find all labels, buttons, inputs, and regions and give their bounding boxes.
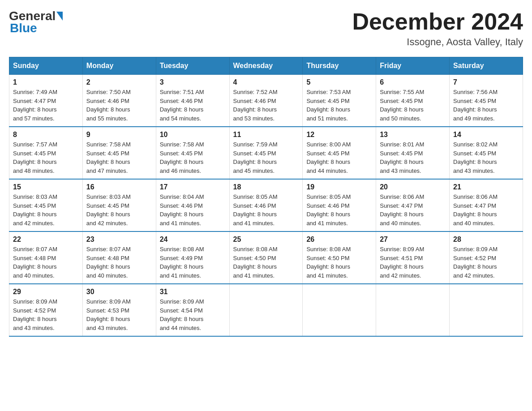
logo-arrow-icon xyxy=(56,12,63,21)
table-row: 20 Sunrise: 8:06 AM Sunset: 4:47 PM Dayl… xyxy=(376,179,450,231)
day-number: 14 xyxy=(453,131,519,139)
day-number: 4 xyxy=(233,78,299,86)
location: Issogne, Aosta Valley, Italy xyxy=(352,36,523,48)
day-number: 9 xyxy=(86,131,152,139)
day-info: Sunrise: 8:06 AM Sunset: 4:47 PM Dayligh… xyxy=(453,193,519,227)
table-row: 8 Sunrise: 7:57 AM Sunset: 4:45 PM Dayli… xyxy=(9,127,83,179)
day-info: Sunrise: 7:53 AM Sunset: 4:45 PM Dayligh… xyxy=(306,88,372,123)
day-number: 8 xyxy=(13,131,79,139)
day-info: Sunrise: 8:02 AM Sunset: 4:45 PM Dayligh… xyxy=(453,140,519,175)
day-number: 18 xyxy=(233,183,299,191)
day-number: 10 xyxy=(160,131,226,139)
table-row: 3 Sunrise: 7:51 AM Sunset: 4:46 PM Dayli… xyxy=(156,75,229,127)
day-info: Sunrise: 7:57 AM Sunset: 4:45 PM Dayligh… xyxy=(13,140,79,175)
day-info: Sunrise: 7:51 AM Sunset: 4:46 PM Dayligh… xyxy=(160,88,226,123)
day-number: 19 xyxy=(306,183,372,191)
day-info: Sunrise: 8:09 AM Sunset: 4:52 PM Dayligh… xyxy=(453,245,519,280)
calendar-week-row: 15 Sunrise: 8:03 AM Sunset: 4:45 PM Dayl… xyxy=(9,179,523,231)
day-info: Sunrise: 8:08 AM Sunset: 4:50 PM Dayligh… xyxy=(233,245,299,280)
day-number: 31 xyxy=(160,288,226,296)
table-row: 11 Sunrise: 7:59 AM Sunset: 4:45 PM Dayl… xyxy=(229,127,303,179)
table-row: 5 Sunrise: 7:53 AM Sunset: 4:45 PM Dayli… xyxy=(303,75,376,127)
table-row: 21 Sunrise: 8:06 AM Sunset: 4:47 PM Dayl… xyxy=(450,179,523,231)
calendar-week-row: 1 Sunrise: 7:49 AM Sunset: 4:47 PM Dayli… xyxy=(9,75,523,127)
day-info: Sunrise: 8:03 AM Sunset: 4:45 PM Dayligh… xyxy=(13,193,79,227)
calendar-week-row: 29 Sunrise: 8:09 AM Sunset: 4:52 PM Dayl… xyxy=(9,284,523,336)
table-row: 15 Sunrise: 8:03 AM Sunset: 4:45 PM Dayl… xyxy=(9,179,83,231)
table-row xyxy=(376,284,450,336)
col-wednesday: Wednesday xyxy=(229,57,303,75)
calendar-week-row: 22 Sunrise: 8:07 AM Sunset: 4:48 PM Dayl… xyxy=(9,231,523,284)
table-row: 9 Sunrise: 7:58 AM Sunset: 4:45 PM Dayli… xyxy=(82,127,156,179)
table-row: 31 Sunrise: 8:09 AM Sunset: 4:54 PM Dayl… xyxy=(156,284,229,336)
day-number: 2 xyxy=(86,78,152,86)
logo: General Blue xyxy=(9,9,64,35)
table-row: 25 Sunrise: 8:08 AM Sunset: 4:50 PM Dayl… xyxy=(229,231,303,284)
day-info: Sunrise: 8:07 AM Sunset: 4:48 PM Dayligh… xyxy=(86,245,152,280)
day-number: 15 xyxy=(13,183,79,191)
day-number: 26 xyxy=(306,235,372,244)
col-thursday: Thursday xyxy=(303,57,376,75)
col-friday: Friday xyxy=(376,57,450,75)
table-row: 28 Sunrise: 8:09 AM Sunset: 4:52 PM Dayl… xyxy=(450,231,523,284)
table-row: 23 Sunrise: 8:07 AM Sunset: 4:48 PM Dayl… xyxy=(82,231,156,284)
day-info: Sunrise: 8:07 AM Sunset: 4:48 PM Dayligh… xyxy=(13,245,79,280)
day-number: 16 xyxy=(86,183,152,191)
day-info: Sunrise: 8:04 AM Sunset: 4:46 PM Dayligh… xyxy=(160,193,226,227)
day-info: Sunrise: 8:09 AM Sunset: 4:53 PM Dayligh… xyxy=(86,297,152,332)
table-row: 13 Sunrise: 8:01 AM Sunset: 4:45 PM Dayl… xyxy=(376,127,450,179)
day-number: 13 xyxy=(380,131,446,139)
table-row: 30 Sunrise: 8:09 AM Sunset: 4:53 PM Dayl… xyxy=(82,284,156,336)
day-number: 30 xyxy=(86,288,152,296)
calendar-table: Sunday Monday Tuesday Wednesday Thursday… xyxy=(9,57,523,337)
month-title: December 2024 xyxy=(352,9,523,34)
day-info: Sunrise: 8:06 AM Sunset: 4:47 PM Dayligh… xyxy=(380,193,446,227)
day-number: 22 xyxy=(13,235,79,244)
table-row: 29 Sunrise: 8:09 AM Sunset: 4:52 PM Dayl… xyxy=(9,284,83,336)
day-number: 5 xyxy=(306,78,372,86)
page-header: General Blue December 2024 Issogne, Aost… xyxy=(9,9,523,48)
day-number: 11 xyxy=(233,131,299,139)
day-number: 17 xyxy=(160,183,226,191)
table-row: 2 Sunrise: 7:50 AM Sunset: 4:46 PM Dayli… xyxy=(82,75,156,127)
calendar-header-row: Sunday Monday Tuesday Wednesday Thursday… xyxy=(9,57,523,75)
table-row: 1 Sunrise: 7:49 AM Sunset: 4:47 PM Dayli… xyxy=(9,75,83,127)
day-number: 7 xyxy=(453,78,519,86)
day-info: Sunrise: 8:09 AM Sunset: 4:51 PM Dayligh… xyxy=(380,245,446,280)
day-number: 6 xyxy=(380,78,446,86)
day-number: 28 xyxy=(453,235,519,244)
day-info: Sunrise: 8:01 AM Sunset: 4:45 PM Dayligh… xyxy=(380,140,446,175)
col-tuesday: Tuesday xyxy=(156,57,229,75)
day-info: Sunrise: 7:49 AM Sunset: 4:47 PM Dayligh… xyxy=(13,88,79,123)
day-info: Sunrise: 8:09 AM Sunset: 4:52 PM Dayligh… xyxy=(13,297,79,332)
day-number: 20 xyxy=(380,183,446,191)
day-number: 23 xyxy=(86,235,152,244)
table-row: 26 Sunrise: 8:08 AM Sunset: 4:50 PM Dayl… xyxy=(303,231,376,284)
day-info: Sunrise: 8:05 AM Sunset: 4:46 PM Dayligh… xyxy=(233,193,299,227)
day-info: Sunrise: 8:08 AM Sunset: 4:49 PM Dayligh… xyxy=(160,245,226,280)
day-number: 3 xyxy=(160,78,226,86)
day-number: 29 xyxy=(13,288,79,296)
day-number: 21 xyxy=(453,183,519,191)
table-row: 16 Sunrise: 8:03 AM Sunset: 4:45 PM Dayl… xyxy=(82,179,156,231)
logo-blue: Blue xyxy=(9,21,37,35)
day-info: Sunrise: 8:09 AM Sunset: 4:54 PM Dayligh… xyxy=(160,297,226,332)
col-monday: Monday xyxy=(82,57,156,75)
table-row xyxy=(303,284,376,336)
day-info: Sunrise: 7:55 AM Sunset: 4:45 PM Dayligh… xyxy=(380,88,446,123)
table-row: 19 Sunrise: 8:05 AM Sunset: 4:46 PM Dayl… xyxy=(303,179,376,231)
table-row: 17 Sunrise: 8:04 AM Sunset: 4:46 PM Dayl… xyxy=(156,179,229,231)
table-row: 24 Sunrise: 8:08 AM Sunset: 4:49 PM Dayl… xyxy=(156,231,229,284)
day-info: Sunrise: 7:56 AM Sunset: 4:45 PM Dayligh… xyxy=(453,88,519,123)
day-number: 25 xyxy=(233,235,299,244)
table-row: 22 Sunrise: 8:07 AM Sunset: 4:48 PM Dayl… xyxy=(9,231,83,284)
day-info: Sunrise: 7:50 AM Sunset: 4:46 PM Dayligh… xyxy=(86,88,152,123)
col-sunday: Sunday xyxy=(9,57,83,75)
day-number: 1 xyxy=(13,78,79,86)
day-info: Sunrise: 8:05 AM Sunset: 4:46 PM Dayligh… xyxy=(306,193,372,227)
table-row: 4 Sunrise: 7:52 AM Sunset: 4:46 PM Dayli… xyxy=(229,75,303,127)
day-info: Sunrise: 7:52 AM Sunset: 4:46 PM Dayligh… xyxy=(233,88,299,123)
table-row: 10 Sunrise: 7:58 AM Sunset: 4:45 PM Dayl… xyxy=(156,127,229,179)
table-row: 12 Sunrise: 8:00 AM Sunset: 4:45 PM Dayl… xyxy=(303,127,376,179)
col-saturday: Saturday xyxy=(450,57,523,75)
